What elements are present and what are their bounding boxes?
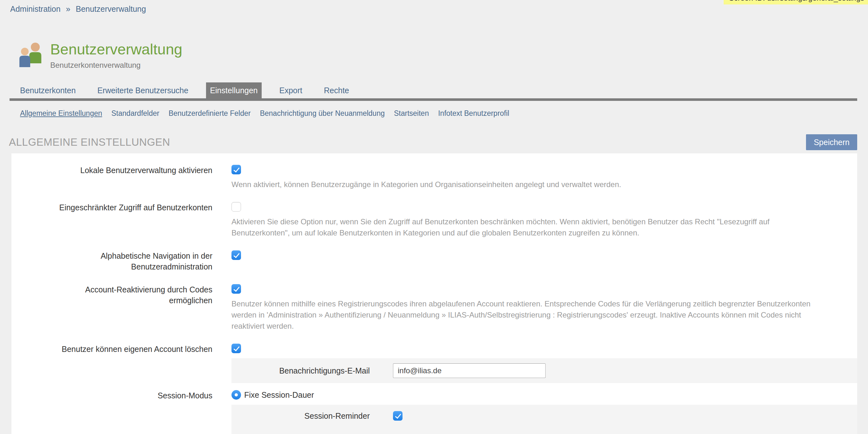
form-row-account-loeschen: Benutzer können eigenen Account löschen bbox=[11, 344, 857, 354]
field-label: Alphabetische Navigation in der Benutzer… bbox=[11, 251, 212, 272]
session-modus-subpanel: Session-Reminder bbox=[231, 405, 857, 434]
tab-bar: Benutzerkonten Erweiterte Benutzersuche … bbox=[16, 82, 868, 98]
screen-id-badge: Screen ID: usr/settings/general_settings bbox=[724, 0, 868, 4]
subtab-standardfelder[interactable]: Standardfelder bbox=[111, 109, 159, 118]
radio-option-label: Fixe Session-Dauer bbox=[244, 390, 314, 400]
alphabetische-navigation-checkbox[interactable] bbox=[231, 251, 241, 260]
section-band: ALLGEMEINE EINSTELLUNGEN Speichern bbox=[9, 134, 857, 150]
field-label: Benutzer können eigenen Account löschen bbox=[11, 344, 212, 354]
form-row-lokale-benutzerverwaltung: Lokale Benutzerverwaltung aktivieren Wen… bbox=[11, 165, 857, 190]
subtab-benutzerdefinierte-felder[interactable]: Benutzerdefinierte Felder bbox=[168, 109, 251, 118]
settings-form: Lokale Benutzerverwaltung aktivieren Wen… bbox=[11, 153, 857, 434]
breadcrumb-separator: » bbox=[66, 4, 70, 13]
users-icon bbox=[18, 42, 44, 68]
subtab-infotext-benutzerprofil[interactable]: Infotext Benutzerprofil bbox=[438, 109, 509, 118]
benachrichtigungs-email-input[interactable] bbox=[393, 364, 546, 378]
field-description: Wenn aktiviert, können Benutzerzugänge i… bbox=[231, 179, 816, 190]
subtab-benachrichtigung-neuanmeldung[interactable]: Benachrichtigung über Neuanmeldung bbox=[260, 109, 385, 118]
tab-export[interactable]: Export bbox=[276, 82, 306, 98]
subtab-startseiten[interactable]: Startseiten bbox=[394, 109, 429, 118]
subtab-bar: Allgemeine Einstellungen Standardfelder … bbox=[0, 101, 868, 118]
tab-einstellungen[interactable]: Einstellungen bbox=[206, 82, 261, 98]
session-reminder-checkbox[interactable] bbox=[393, 411, 403, 421]
tab-erweiterte-benutzersuche[interactable]: Erweiterte Benutzersuche bbox=[93, 82, 192, 98]
field-label: Benachrichtigungs-E-Mail bbox=[231, 366, 370, 375]
field-label: Session-Reminder bbox=[231, 411, 370, 421]
breadcrumb-link-administration[interactable]: Administration bbox=[10, 4, 60, 13]
tab-benutzerkonten[interactable]: Benutzerkonten bbox=[16, 82, 80, 98]
form-row-alphabetische-navigation: Alphabetische Navigation in der Benutzer… bbox=[11, 251, 857, 272]
form-row-eingeschraenkter-zugriff: Eingeschränkter Zugriff auf Benutzerkont… bbox=[11, 202, 857, 238]
field-description: Aktivieren Sie diese Option nur, wenn Si… bbox=[231, 216, 816, 238]
save-button[interactable]: Speichern bbox=[806, 134, 857, 150]
form-row-session-modus: Session-Modus Fixe Session-Dauer bbox=[11, 390, 857, 401]
tab-bar-underline bbox=[9, 98, 857, 101]
subtab-allgemeine-einstellungen[interactable]: Allgemeine Einstellungen bbox=[20, 109, 102, 118]
account-loeschen-checkbox[interactable] bbox=[231, 344, 241, 353]
eingeschraenkter-zugriff-checkbox[interactable] bbox=[231, 202, 241, 211]
field-label: Lokale Benutzerverwaltung aktivieren bbox=[11, 165, 212, 190]
account-reaktivierung-checkbox[interactable] bbox=[231, 284, 241, 294]
account-loeschen-subpanel: Benachrichtigungs-E-Mail bbox=[231, 358, 857, 383]
section-heading: ALLGEMEINE EINSTELLUNGEN bbox=[9, 136, 170, 148]
fixe-session-dauer-radio[interactable] bbox=[231, 390, 241, 400]
page-title: Benutzerverwaltung bbox=[50, 40, 182, 58]
field-label: Account-Reaktivierung durch Codes ermögl… bbox=[11, 284, 212, 331]
tab-rechte[interactable]: Rechte bbox=[320, 82, 353, 98]
lokale-benutzerverwaltung-checkbox[interactable] bbox=[231, 165, 241, 174]
field-label: Session-Modus bbox=[11, 390, 212, 401]
page-subtitle: Benutzerkontenverwaltung bbox=[50, 61, 182, 70]
field-description: Benutzer können mithilfe eines Registrie… bbox=[231, 298, 816, 331]
field-label: Eingeschränkter Zugriff auf Benutzerkont… bbox=[11, 202, 212, 238]
form-row-account-reaktivierung: Account-Reaktivierung durch Codes ermögl… bbox=[11, 284, 857, 331]
page-header: Benutzerverwaltung Benutzerkontenverwalt… bbox=[18, 40, 868, 70]
breadcrumb-link-benutzerverwaltung[interactable]: Benutzerverwaltung bbox=[76, 4, 146, 13]
